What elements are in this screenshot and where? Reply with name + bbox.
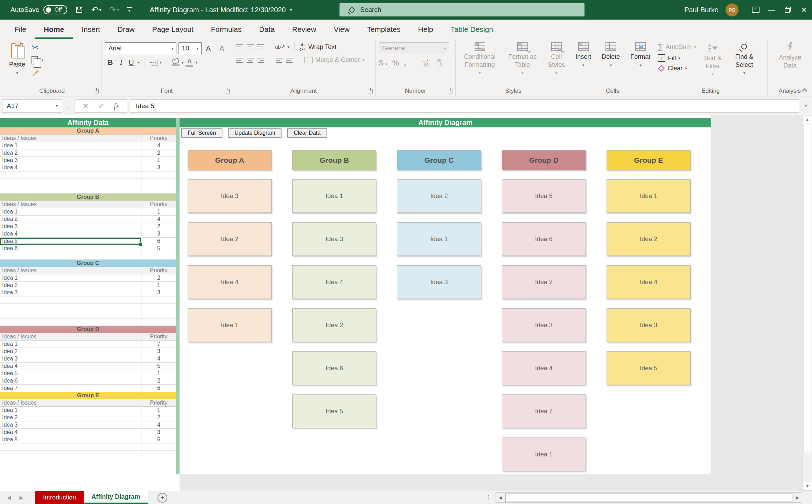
idea-card[interactable]: Idea 7	[502, 394, 586, 428]
italic-button[interactable]: I	[118, 58, 125, 67]
empty-idea-cell[interactable]	[0, 252, 141, 259]
scroll-up-icon[interactable]: ▲	[803, 115, 812, 124]
clipboard-dialog-launcher-icon[interactable]	[94, 89, 99, 93]
priority-cell[interactable]: 3	[141, 429, 176, 436]
scrollbar-splitter[interactable]: ⋮	[485, 494, 491, 501]
search-input[interactable]: Search	[340, 3, 584, 16]
idea-card[interactable]: Idea 4	[607, 265, 691, 299]
priority-cell[interactable]: 5	[141, 436, 176, 443]
idea-cell[interactable]: Idea 1	[0, 341, 141, 348]
idea-card[interactable]: Idea 5	[607, 351, 691, 385]
priority-cell[interactable]: 1	[141, 157, 176, 164]
empty-idea-cell[interactable]	[0, 186, 141, 193]
fill-color-icon[interactable]	[172, 59, 180, 66]
font-color-icon[interactable]: A	[186, 58, 193, 67]
ribbon-tab-page-layout[interactable]: Page Layout	[144, 20, 202, 39]
decrease-font-icon[interactable]: Aˇ	[217, 43, 229, 54]
underline-button[interactable]: U	[127, 58, 136, 66]
fill-button[interactable]: ↓ Fill ▾	[658, 54, 696, 62]
priority-cell[interactable]: 1	[141, 407, 176, 414]
priority-cell[interactable]: 2	[141, 149, 176, 156]
priority-cell[interactable]: 3	[141, 289, 176, 296]
expand-formula-bar-icon[interactable]: ▾	[802, 103, 810, 108]
ribbon-tab-help[interactable]: Help	[409, 20, 442, 39]
clear-data-button[interactable]: Clear Data	[287, 128, 327, 138]
name-box[interactable]: A17 ▾	[2, 99, 62, 113]
borders-icon[interactable]	[150, 59, 158, 66]
idea-card[interactable]: Idea 1	[397, 222, 481, 256]
close-button[interactable]: ✕	[796, 0, 812, 20]
full-screen-button[interactable]: Full Screen	[181, 128, 222, 138]
idea-cell[interactable]: Idea 4	[0, 164, 141, 171]
idea-cell[interactable]: Idea 4	[0, 230, 141, 237]
empty-idea-cell[interactable]	[0, 311, 141, 318]
align-middle-icon[interactable]	[246, 44, 254, 50]
empty-idea-cell[interactable]	[0, 443, 141, 450]
idea-card[interactable]: Idea 5	[502, 179, 586, 213]
idea-cell[interactable]: Idea 6	[0, 245, 141, 252]
idea-card[interactable]: Idea 6	[502, 222, 586, 256]
priority-cell[interactable]: 1	[141, 282, 176, 289]
priority-cell[interactable]: 5	[141, 245, 176, 252]
data-group-header-group-a[interactable]: Group A	[0, 127, 176, 135]
idea-card[interactable]: Idea 4	[188, 265, 272, 299]
idea-cell[interactable]: Idea 2	[0, 282, 141, 289]
priority-cell[interactable]: 4	[141, 355, 176, 362]
customize-toolbar-icon[interactable]: ▾	[127, 7, 132, 13]
data-group-header-group-c[interactable]: Group C	[0, 260, 176, 267]
sheet-tab-affinity-diagram[interactable]: Affinity Diagram	[84, 491, 148, 504]
empty-priority-cell[interactable]	[141, 311, 176, 318]
formula-input[interactable]: Idea 5	[130, 99, 799, 113]
idea-card[interactable]: Idea 2	[502, 265, 586, 299]
font-name-combo[interactable]: Arial▾	[105, 42, 176, 54]
align-center-icon[interactable]	[246, 57, 254, 63]
ribbon-tab-data[interactable]: Data	[250, 20, 283, 39]
user-name[interactable]: Paul Burke	[684, 6, 719, 14]
delete-cells-button[interactable]: Delete ▾	[598, 42, 623, 68]
ribbon-tab-draw[interactable]: Draw	[109, 20, 144, 39]
idea-card[interactable]: Idea 5	[292, 394, 376, 428]
font-size-combo[interactable]: 10▾	[178, 42, 202, 54]
align-bottom-icon[interactable]	[257, 44, 265, 50]
priority-cell[interactable]: 2	[141, 414, 176, 421]
idea-cell[interactable]: Idea 1	[0, 208, 141, 215]
horizontal-scroll-track[interactable]	[505, 492, 793, 503]
priority-cell[interactable]: 2	[141, 274, 176, 281]
priority-cell[interactable]: 3	[141, 230, 176, 237]
increase-indent-icon[interactable]	[286, 57, 294, 63]
clear-button[interactable]: Clear ▾	[658, 65, 696, 72]
priority-cell[interactable]: 4	[141, 421, 176, 428]
horizontal-scrollbar[interactable]: ⋮ ◀ ▶	[485, 492, 802, 503]
empty-priority-cell[interactable]	[141, 304, 176, 311]
empty-priority-cell[interactable]	[141, 252, 176, 259]
ribbon-display-options-icon[interactable]	[748, 0, 764, 20]
idea-card[interactable]: Idea 2	[607, 222, 691, 256]
paste-button[interactable]: Paste ▾	[6, 42, 28, 76]
priority-cell[interactable]: 4	[141, 216, 176, 223]
empty-priority-cell[interactable]	[141, 443, 176, 450]
sheet-tab-introduction[interactable]: Introduction	[35, 491, 84, 504]
idea-cell[interactable]: Idea 3	[0, 421, 141, 428]
idea-card[interactable]: Idea 1	[502, 438, 586, 471]
cut-icon[interactable]: ✂	[31, 43, 38, 52]
priority-cell[interactable]: 6	[141, 238, 176, 245]
ribbon-tab-templates[interactable]: Templates	[358, 20, 410, 39]
orientation-icon[interactable]: ab↗	[275, 44, 285, 50]
increase-font-icon[interactable]: Aˆ	[204, 43, 215, 54]
save-icon[interactable]	[75, 6, 83, 14]
ribbon-tab-formulas[interactable]: Formulas	[202, 20, 251, 39]
vertical-scroll-thumb[interactable]	[804, 125, 811, 452]
avatar[interactable]: PB	[726, 4, 738, 16]
data-group-header-group-b[interactable]: Group B	[0, 194, 176, 201]
empty-priority-cell[interactable]	[141, 172, 176, 178]
group-header-card-group-a[interactable]: Group A	[188, 150, 272, 170]
formula-bar-splitter[interactable]: ⋮	[65, 102, 72, 110]
idea-card[interactable]: Idea 1	[607, 179, 691, 213]
window-title[interactable]: Affinity Diagram - Last Modified: 12/30/…	[150, 6, 292, 14]
idea-cell[interactable]: Idea 2	[0, 414, 141, 421]
idea-card[interactable]: Idea 2	[188, 222, 272, 256]
scroll-down-icon[interactable]: ▼	[803, 482, 812, 491]
decrease-indent-icon[interactable]	[275, 57, 284, 63]
priority-cell[interactable]: 3	[141, 164, 176, 171]
ribbon-tab-insert[interactable]: Insert	[73, 20, 109, 39]
